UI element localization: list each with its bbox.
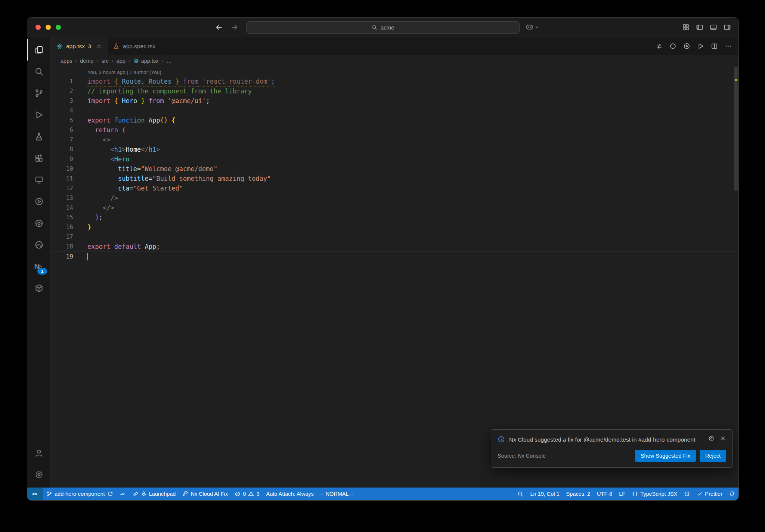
status-cursor-position[interactable]: Ln 19, Col 1 bbox=[527, 488, 563, 500]
line-number[interactable]: 13 bbox=[51, 193, 73, 203]
line-number[interactable]: 12 bbox=[51, 183, 73, 193]
activity-item-explorer[interactable] bbox=[27, 39, 50, 61]
scrollbar-thumb[interactable] bbox=[734, 67, 738, 191]
status-vim-mode[interactable]: -- NORMAL -- bbox=[317, 488, 357, 500]
files-icon bbox=[34, 45, 44, 55]
reject-button[interactable]: Reject bbox=[700, 450, 726, 462]
line-number[interactable]: 4 bbox=[51, 106, 73, 115]
toggle-coverage-icon[interactable] bbox=[669, 43, 676, 50]
line-number[interactable]: 15 bbox=[51, 213, 73, 222]
status-launchpad[interactable]: Launchpad bbox=[129, 488, 179, 500]
tab-app.tsx[interactable]: app.tsx3 bbox=[51, 37, 108, 55]
status-eol[interactable]: LF bbox=[616, 488, 629, 500]
toggle-secondary-sidebar-icon[interactable] bbox=[724, 24, 731, 31]
breadcrumb-item-app[interactable]: app bbox=[117, 58, 126, 64]
status-branch[interactable]: add-hero-component bbox=[43, 488, 117, 500]
breadcrumb-separator: › bbox=[75, 58, 77, 64]
activity-item-task-runner[interactable] bbox=[27, 191, 50, 212]
status-text: Auto Attach: Always bbox=[266, 491, 313, 497]
close-window-button[interactable] bbox=[35, 25, 41, 30]
forward-icon[interactable] bbox=[230, 23, 239, 31]
line-number[interactable]: 14 bbox=[51, 203, 73, 213]
notification-close-icon[interactable] bbox=[720, 435, 726, 442]
line-number[interactable]: 19 bbox=[51, 252, 73, 261]
activity-item-accounts[interactable] bbox=[27, 442, 50, 464]
status-text: -- NORMAL -- bbox=[320, 491, 354, 497]
line-number[interactable]: 17 bbox=[51, 232, 73, 242]
activity-item-remote-explorer[interactable] bbox=[27, 169, 50, 191]
error-icon bbox=[235, 491, 241, 497]
status-notifications-bell[interactable] bbox=[726, 488, 738, 500]
line-content: <h1>Home</h1> bbox=[73, 145, 738, 154]
activity-item-settings[interactable] bbox=[27, 464, 50, 485]
command-center[interactable]: acme bbox=[246, 21, 520, 34]
line-number[interactable]: 5 bbox=[51, 115, 73, 125]
toggle-panel-icon[interactable] bbox=[710, 24, 717, 31]
code-editor[interactable]: You, 3 hours ago | 1 author (You) 1impor… bbox=[51, 66, 738, 488]
show-suggested-fix-button[interactable]: Show Suggested Fix bbox=[635, 450, 696, 462]
activity-item-search[interactable] bbox=[27, 61, 50, 82]
breadcrumb-separator: › bbox=[112, 58, 114, 64]
status-problems[interactable]: 03 bbox=[231, 488, 263, 500]
line-content: ); bbox=[73, 213, 738, 222]
activity-item-edge-devtools[interactable] bbox=[27, 234, 50, 256]
breadcrumb-item-app.tsx[interactable]: app.tsx bbox=[133, 58, 159, 64]
status-remote-indicator[interactable]: >< bbox=[27, 488, 43, 500]
toggle-primary-sidebar-icon[interactable] bbox=[696, 24, 703, 31]
customize-layout-icon[interactable] bbox=[682, 24, 690, 31]
minimize-window-button[interactable] bbox=[46, 25, 51, 30]
activity-item-nx-console[interactable]: N>1 bbox=[27, 256, 50, 277]
line-number[interactable]: 11 bbox=[51, 174, 73, 183]
activity-item-package-explorer[interactable] bbox=[27, 277, 50, 299]
line-number[interactable]: 6 bbox=[51, 125, 73, 135]
open-changes-icon[interactable] bbox=[656, 43, 663, 50]
run-file-icon[interactable] bbox=[683, 43, 690, 50]
status-prettier[interactable]: Prettier bbox=[693, 488, 726, 500]
run-code-icon[interactable] bbox=[697, 43, 704, 50]
line-number[interactable]: 18 bbox=[51, 242, 73, 251]
line-number[interactable]: 10 bbox=[51, 164, 73, 174]
tab-close-icon[interactable] bbox=[96, 44, 102, 49]
more-actions-icon[interactable] bbox=[725, 43, 732, 50]
tab-problems-badge: 3 bbox=[88, 43, 91, 49]
line-number[interactable]: 8 bbox=[51, 145, 73, 154]
sync-icon bbox=[107, 491, 113, 497]
activity-item-source-control[interactable] bbox=[27, 82, 50, 104]
line-number[interactable]: 3 bbox=[51, 96, 73, 106]
status-auto-attach[interactable]: Auto Attach: Always bbox=[263, 488, 317, 500]
line-content: <> bbox=[73, 135, 738, 145]
tab-app.spec.tsx[interactable]: app.spec.tsx bbox=[108, 37, 161, 55]
activity-item-live-preview[interactable] bbox=[27, 212, 50, 234]
line-number[interactable]: 2 bbox=[51, 86, 73, 96]
codelens[interactable]: You, 3 hours ago | 1 author (You) bbox=[51, 68, 738, 77]
line-number[interactable]: 9 bbox=[51, 154, 73, 164]
notification-message: Nx Cloud suggested a fix for @acme/demo:… bbox=[509, 435, 704, 444]
activity-item-extensions[interactable] bbox=[27, 147, 50, 169]
line-number[interactable]: 1 bbox=[51, 77, 73, 86]
status-language-mode[interactable]: {}TypeScript JSX bbox=[629, 488, 681, 500]
status-encoding[interactable]: UTF-8 bbox=[594, 488, 616, 500]
line-number[interactable]: 16 bbox=[51, 222, 73, 232]
breadcrumb-label: demo bbox=[80, 58, 93, 64]
breadcrumb-item-demo[interactable]: demo bbox=[80, 58, 93, 64]
breadcrumb-item-src[interactable]: src bbox=[101, 58, 108, 64]
activity-item-run-and-debug[interactable] bbox=[27, 104, 50, 126]
notification-settings-icon[interactable] bbox=[708, 435, 715, 442]
breadcrumb-item-apps[interactable]: apps bbox=[61, 58, 72, 64]
status-commit-graph[interactable] bbox=[117, 488, 129, 500]
status-nx-cloud-ai-fix[interactable]: Nx Cloud AI Fix bbox=[179, 488, 231, 500]
breadcrumb-item-…[interactable]: … bbox=[166, 58, 172, 64]
status-indentation[interactable]: Spaces: 2 bbox=[563, 488, 594, 500]
back-icon[interactable] bbox=[215, 23, 223, 31]
edge-icon bbox=[34, 240, 44, 250]
activity-item-testing[interactable] bbox=[27, 126, 50, 147]
line-number[interactable]: 7 bbox=[51, 135, 73, 145]
zoom-window-button[interactable] bbox=[56, 25, 61, 30]
status-edge-browser[interactable] bbox=[681, 488, 693, 500]
codelens-text[interactable]: You, 3 hours ago | 1 author (You) bbox=[73, 68, 738, 77]
status-screen-zoom[interactable] bbox=[514, 488, 527, 500]
session-menu[interactable] bbox=[526, 23, 539, 31]
link-icon bbox=[133, 491, 139, 497]
split-editor-icon[interactable] bbox=[711, 43, 718, 50]
target-icon bbox=[34, 219, 44, 228]
